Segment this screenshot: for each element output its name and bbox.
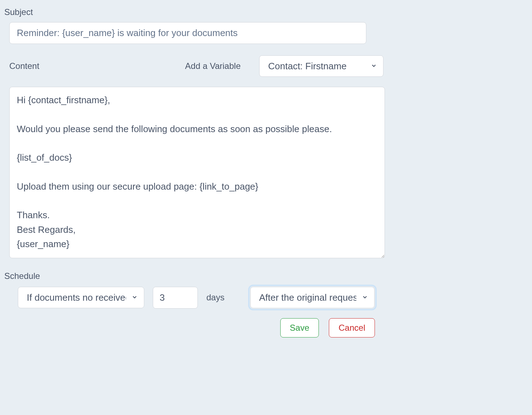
schedule-label: Schedule [4,271,528,281]
add-variable-label: Add a Variable [185,61,241,71]
content-textarea[interactable] [9,87,385,258]
subject-label: Subject [4,7,528,17]
subject-input[interactable] [9,22,366,44]
save-button[interactable]: Save [280,318,319,338]
schedule-days-label: days [206,292,225,302]
content-label: Content [9,61,39,71]
schedule-relative-select[interactable]: After the original request [250,287,375,308]
cancel-button[interactable]: Cancel [329,318,375,338]
schedule-condition-select[interactable]: If documents no received [18,287,144,308]
variable-select[interactable]: Contact: Firstname [259,55,383,77]
schedule-days-input[interactable] [153,287,198,309]
